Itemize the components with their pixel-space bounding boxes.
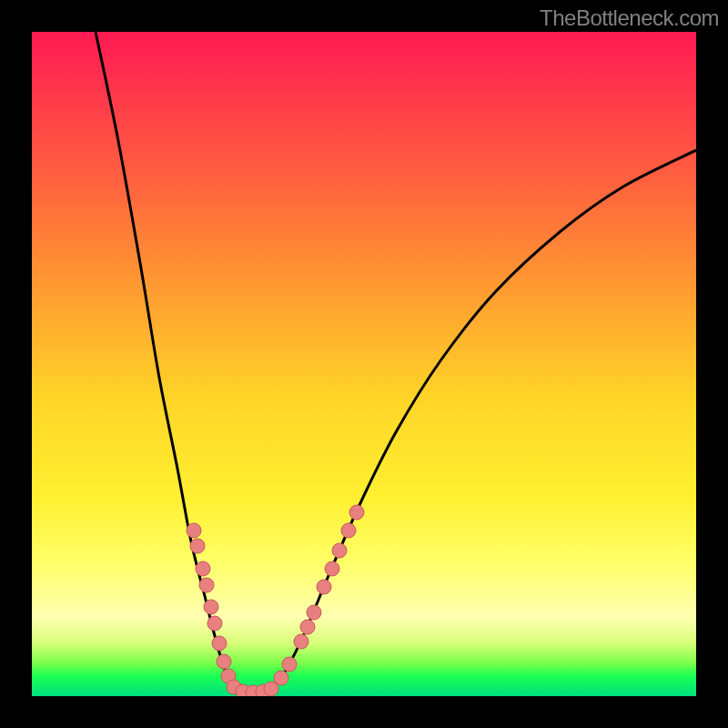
data-point <box>307 605 321 620</box>
data-point <box>190 539 205 553</box>
data-point <box>300 620 315 634</box>
data-point <box>325 561 339 576</box>
chart-svg <box>32 32 696 696</box>
data-point <box>196 561 210 576</box>
data-point <box>199 578 214 592</box>
data-point <box>187 523 201 538</box>
bottleneck-curve <box>96 32 696 693</box>
data-point <box>274 671 288 685</box>
data-point <box>294 634 308 649</box>
data-point <box>207 616 222 631</box>
data-markers <box>187 505 364 696</box>
chart-area <box>32 32 696 696</box>
data-point <box>217 654 231 669</box>
data-point <box>349 505 364 520</box>
data-point <box>332 543 347 558</box>
data-point <box>204 600 218 614</box>
data-point <box>282 657 297 672</box>
data-point <box>341 523 356 538</box>
data-point <box>317 580 331 594</box>
data-point <box>212 636 227 651</box>
watermark-text: TheBottleneck.com <box>540 5 719 31</box>
